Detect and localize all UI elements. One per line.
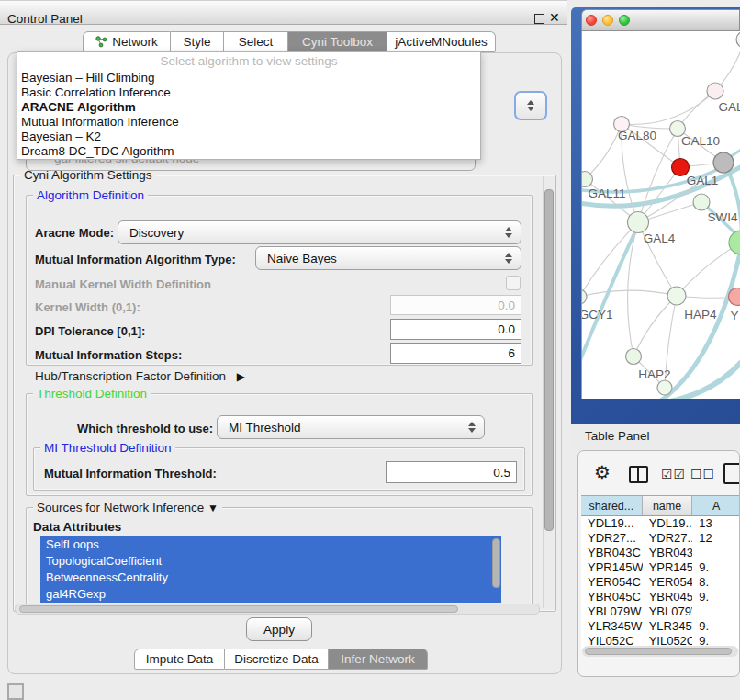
table-cell[interactable]: YBR045C: [643, 590, 693, 604]
table-cell[interactable]: 9.: [692, 560, 740, 575]
algorithm-option[interactable]: Bayesian – K2: [17, 130, 480, 144]
settings-hscrollbar-thumb[interactable]: [19, 605, 458, 613]
collapsed-panel-grip[interactable]: [7, 683, 24, 700]
mi-type-combobox[interactable]: Naive Bayes: [255, 246, 521, 270]
tab-jactivemnodules[interactable]: jActiveMNodules: [387, 31, 496, 52]
table-cell[interactable]: YER054C: [581, 575, 643, 590]
table-column-header[interactable]: shared...: [581, 496, 643, 515]
deselect-all-icon[interactable]: ☐☐: [690, 467, 715, 481]
table-cell[interactable]: 8.: [692, 575, 740, 590]
table-cell[interactable]: YBL079W: [643, 604, 693, 619]
network-node-bottom[interactable]: [657, 380, 672, 395]
attribute-list-item[interactable]: BetweennessCentrality: [40, 570, 501, 586]
table-cell[interactable]: 9.: [692, 590, 740, 604]
table-cell[interactable]: YPR145W: [581, 560, 643, 575]
table-cell[interactable]: YLR345W: [643, 619, 693, 634]
tab-infer-network[interactable]: Infer Network: [329, 649, 428, 670]
window-minimize-button[interactable]: [602, 15, 613, 26]
table-row[interactable]: YER054CYER054C8.: [581, 575, 740, 590]
table-cell[interactable]: YER054C: [643, 575, 693, 590]
table-cell[interactable]: YLR345W: [581, 619, 643, 634]
table-cell[interactable]: YDR27...: [643, 531, 693, 546]
table-row[interactable]: YDL19...YDL19...13: [581, 516, 740, 531]
settings-hscrollbar[interactable]: [15, 604, 540, 615]
which-threshold-combobox[interactable]: MI Threshold: [217, 415, 485, 439]
network-node-gal11[interactable]: [582, 172, 593, 187]
table-row[interactable]: YBR043CYBR043C: [581, 546, 740, 560]
table-cell[interactable]: YBR043C: [643, 546, 693, 560]
tab-select[interactable]: Select: [224, 31, 288, 52]
table-row[interactable]: YLR345WYLR345W9.: [581, 619, 740, 634]
aracne-mode-combobox[interactable]: Discovery: [118, 220, 521, 244]
table-cell[interactable]: [692, 546, 740, 560]
attributes-scrollbar-thumb[interactable]: [492, 538, 500, 588]
network-edge[interactable]: [582, 290, 677, 297]
algorithm-option[interactable]: Mutual Information Inference: [17, 115, 480, 130]
table-cell[interactable]: 9.: [692, 619, 740, 634]
network-edge-thick[interactable]: [670, 347, 740, 399]
table-cell[interactable]: YPR145W: [643, 560, 693, 575]
tab-impute-data[interactable]: Impute Data: [134, 649, 225, 670]
table-cell[interactable]: YBR043C: [581, 546, 643, 560]
hub-definition-toggle[interactable]: Hub/Transcription Factor Definition ▶: [35, 369, 245, 383]
network-node-swi4[interactable]: [693, 194, 710, 210]
network-node-gal4[interactable]: [628, 212, 649, 233]
tab-network[interactable]: Network: [83, 31, 171, 52]
network-node-hap4[interactable]: [667, 287, 686, 305]
network-edge[interactable]: [633, 296, 677, 356]
select-all-icon[interactable]: ☑☑: [661, 467, 686, 481]
attribute-list-item[interactable]: TopologicalCoefficient: [40, 553, 501, 570]
mi-steps-field[interactable]: 6: [390, 343, 521, 364]
window-close-button[interactable]: [586, 15, 597, 26]
table-cell[interactable]: YBL079W: [581, 604, 643, 619]
float-window-icon[interactable]: [534, 14, 544, 24]
network-edge[interactable]: [622, 91, 715, 124]
manual-kernel-checkbox[interactable]: [506, 276, 521, 290]
table-mode-icon[interactable]: [723, 463, 740, 484]
network-node-gcy1[interactable]: [582, 289, 587, 304]
network-node-hap2[interactable]: [626, 349, 642, 365]
table-cell[interactable]: 12: [692, 531, 740, 546]
network-edge[interactable]: [582, 179, 585, 297]
table-cell[interactable]: [692, 604, 740, 619]
settings-scrollbar-thumb[interactable]: [544, 189, 554, 531]
algorithm-option[interactable]: ARACNE Algorithm: [17, 100, 480, 115]
table-row[interactable]: YPR145WYPR145W9.: [581, 560, 740, 575]
table-row[interactable]: YBL079WYBL079W: [581, 604, 740, 619]
algorithm-option[interactable]: Basic Correlation Inference: [17, 85, 480, 100]
table-cell[interactable]: YDL19...: [643, 516, 693, 531]
apply-button[interactable]: Apply: [246, 617, 312, 641]
table-column-header[interactable]: A: [692, 496, 740, 515]
table-row[interactable]: YDR27...YDR27...12: [581, 531, 740, 546]
network-edge[interactable]: [638, 129, 678, 222]
table-hscrollbar[interactable]: [582, 646, 738, 657]
table-row[interactable]: YBR045CYBR045C9.: [581, 590, 740, 604]
settings-scrollbar[interactable]: [543, 176, 555, 608]
gear-icon[interactable]: ⚙: [594, 461, 611, 483]
network-node-green[interactable]: [729, 231, 740, 254]
dpi-tolerance-field[interactable]: 0.0: [390, 319, 521, 340]
attribute-list-item[interactable]: gal4RGexp: [40, 586, 501, 603]
network-node-top[interactable]: [736, 31, 740, 48]
table-cell[interactable]: YBR045C: [581, 590, 643, 604]
window-zoom-button[interactable]: [619, 15, 630, 26]
algorithm-option[interactable]: Bayesian – Hill Climbing: [17, 71, 480, 85]
network-node-gray[interactable]: [713, 152, 734, 173]
network-canvas[interactable]: GALGAL80GAL10GAL1GAL11SWI4GAL4GCY1HAP4YH…: [581, 31, 740, 399]
close-icon[interactable]: ✕: [549, 10, 560, 25]
table-column-header[interactable]: name: [643, 496, 693, 515]
mi-threshold-field[interactable]: 0.5: [386, 461, 517, 483]
network-edge[interactable]: [585, 124, 622, 179]
table-cell[interactable]: 13: [692, 516, 740, 531]
algorithm-option[interactable]: Dream8 DC_TDC Algorithm: [17, 144, 480, 159]
columns-icon[interactable]: [629, 466, 648, 483]
algorithm-combobox-spinner[interactable]: [514, 91, 547, 120]
kernel-width-field[interactable]: 0.0: [390, 295, 521, 315]
attribute-list-item[interactable]: SelfLoops: [40, 536, 501, 553]
tab-discretize-data[interactable]: Discretize Data: [225, 649, 329, 670]
tab-style[interactable]: Style: [171, 31, 224, 52]
table-cell[interactable]: YDR27...: [581, 531, 643, 546]
sources-group-title[interactable]: Sources for Network Inference ▼: [33, 501, 222, 514]
network-node-pinkA[interactable]: [707, 83, 723, 99]
table-cell[interactable]: YDL19...: [581, 516, 643, 531]
